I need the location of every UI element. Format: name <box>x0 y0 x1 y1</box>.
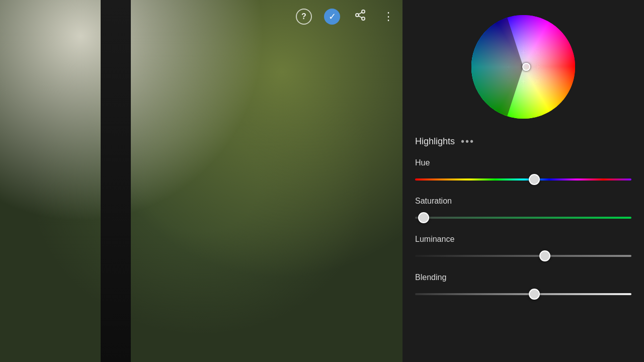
more-options-dots[interactable]: ••• <box>461 136 474 147</box>
blending-slider-container[interactable] <box>415 288 631 300</box>
share-button[interactable] <box>351 8 369 26</box>
controls-section: Highlights ••• Hue Saturation Luminance <box>403 131 644 362</box>
right-panel: Highlights ••• Hue Saturation Luminance <box>403 0 644 362</box>
more-icon: ⋮ <box>383 10 394 23</box>
luminance-label: Luminance <box>415 235 631 244</box>
hue-slider-group: Hue <box>415 158 631 186</box>
photo-area: ? ✓ ⋮ <box>0 0 403 362</box>
luminance-track <box>415 255 631 257</box>
highlights-label: Highlights <box>415 136 455 147</box>
color-wheel-cursor[interactable] <box>522 63 530 71</box>
confirm-button[interactable]: ✓ <box>323 8 341 26</box>
check-icon: ✓ <box>324 9 340 25</box>
saturation-label: Saturation <box>415 197 631 206</box>
dark-center-bar <box>101 0 131 362</box>
help-icon: ? <box>296 9 312 25</box>
help-button[interactable]: ? <box>295 8 313 26</box>
luminance-thumb[interactable] <box>539 250 550 261</box>
svg-line-3 <box>359 16 362 18</box>
photo-background <box>0 0 403 362</box>
saturation-slider-group: Saturation <box>415 197 631 224</box>
highlights-row: Highlights ••• <box>415 136 631 147</box>
saturation-slider-container[interactable] <box>415 212 631 224</box>
saturation-thumb[interactable] <box>418 212 429 223</box>
saturation-track <box>415 217 631 219</box>
blending-track <box>415 293 631 295</box>
photo-toolbar: ? ✓ ⋮ <box>295 8 397 26</box>
hue-track <box>415 178 631 180</box>
blending-label: Blending <box>415 273 631 282</box>
color-wheel-container <box>403 0 644 131</box>
blending-thumb[interactable] <box>529 289 540 300</box>
hue-slider-container[interactable] <box>415 173 631 186</box>
more-options-button[interactable]: ⋮ <box>379 8 397 26</box>
luminance-slider-container[interactable] <box>415 250 631 262</box>
share-icon <box>354 9 366 24</box>
hue-label: Hue <box>415 158 631 167</box>
hue-thumb[interactable] <box>529 174 540 185</box>
luminance-slider-group: Luminance <box>415 235 631 262</box>
svg-line-4 <box>359 13 362 15</box>
photo-container <box>0 0 403 362</box>
blending-slider-group: Blending <box>415 273 631 300</box>
